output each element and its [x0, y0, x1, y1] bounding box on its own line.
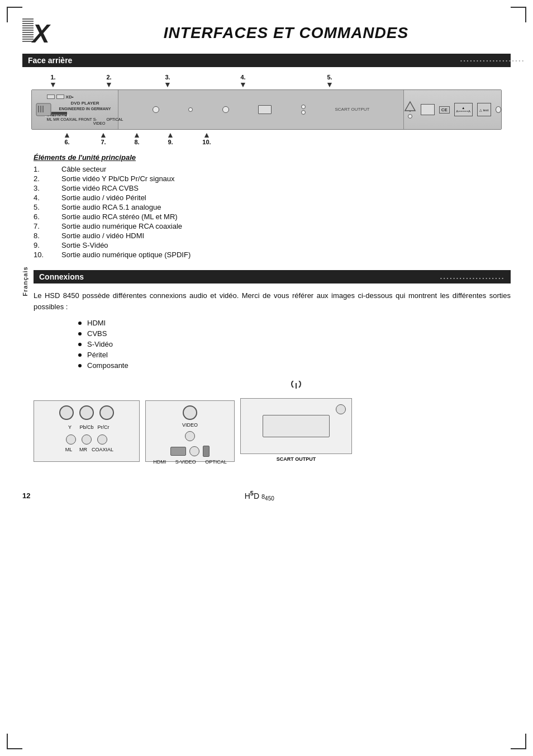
port-scart-inner — [336, 404, 346, 414]
list-item: 4. Sortie audio / vidéo Péritel — [34, 193, 511, 202]
arrow-up-9: ▲ — [166, 131, 174, 139]
connexions-list: HDMI CVBS S-Vidéo Péritel Composante — [34, 319, 511, 370]
conn-box-left: Y Pb/Cb Pr/Cr ML MR COAXIAL — [34, 400, 140, 462]
port-y — [59, 405, 74, 420]
port-mr — [82, 434, 92, 445]
port-svideo — [189, 446, 199, 456]
scart-port — [263, 415, 330, 437]
arrow-down-4: ▼ — [239, 81, 247, 88]
connection-diagrams: Y Pb/Cb Pr/Cr ML MR COAXIAL — [34, 381, 511, 462]
section-bar-face-arriere: Face arrière •••••••••••••••••••• — [22, 54, 511, 67]
diagram-num-10: 10. — [202, 139, 211, 145]
list-item: S-Vidéo — [78, 340, 511, 348]
page-body: Français Éléments de l'unité principale … — [22, 153, 511, 473]
list-item: HDMI — [78, 319, 511, 327]
section-label: Face arrière — [28, 56, 72, 65]
elements-list: 1. Câble secteur 2. Sortie vidéo Y Pb/Cb… — [34, 165, 511, 259]
device-mid-section: SCART OUTPUT — [118, 90, 403, 129]
connexions-description: Le HSD 8450 possède différentes connexio… — [34, 290, 511, 312]
arrow-down-1: ▼ — [49, 81, 57, 88]
label-mr: MR — [77, 447, 89, 452]
label-scart: SCART OUTPUT — [277, 456, 316, 462]
elements-title: Éléments de l'unité principale — [34, 153, 511, 162]
corner-mark-bl — [7, 734, 22, 749]
port-video-top — [183, 405, 197, 420]
device-strip: XD• DVD PLAYER ENGINEERED IN GERMANY BAB… — [31, 89, 502, 130]
conn-box-scart — [240, 398, 352, 454]
diagram-num-7: 7. — [101, 139, 106, 145]
svg-marker-16 — [405, 102, 415, 111]
page-number: 12 — [22, 492, 30, 500]
bullet-icon — [78, 353, 82, 357]
list-item: 1. Câble secteur — [34, 165, 511, 173]
port-optical — [203, 446, 210, 457]
diagram-num-8: 8. — [134, 139, 139, 145]
bullet-icon — [78, 364, 82, 367]
port-pbcb — [79, 405, 94, 420]
page-footer: 12 H5D 8450 — [22, 490, 511, 502]
list-item: Composante — [78, 361, 511, 370]
label-video: VIDEO — [182, 422, 198, 428]
diagram-num-9: 9. — [168, 139, 173, 145]
list-item: 3. Sortie vidéo RCA CVBS — [34, 184, 511, 192]
connexions-dots: •••••••••••••••••••• — [440, 272, 505, 281]
device-diagram: 1. ▼ 2. ▼ 3. ▼ 4. ▼ 5. ▼ — [22, 74, 511, 145]
list-item: 6. Sortie audio RCA stéréo (ML et MR) — [34, 212, 511, 221]
connexions-section: Connexions •••••••••••••••••••• Le HSD 8… — [34, 270, 511, 462]
sidebar: Français — [22, 153, 34, 473]
label-svideo: S-VIDEO — [175, 459, 196, 465]
arrow-down-3: ▼ — [164, 81, 172, 88]
label-pbcb: Pb/Cb — [79, 424, 94, 430]
arrow-up-10: ▲ — [203, 131, 211, 139]
power-symbol — [289, 381, 303, 395]
list-item: 5. Sortie audio RCA 5.1 analogue — [34, 203, 511, 211]
port-coaxial — [97, 434, 107, 445]
bullet-icon — [78, 343, 82, 346]
list-item: 9. Sortie S-Vidéo — [34, 241, 511, 249]
label-ml: ML — [63, 447, 75, 452]
elements-section: Éléments de l'unité principale 1. Câble … — [34, 153, 511, 259]
label-prcr: Pr/Cr — [96, 424, 111, 430]
bullet-icon — [78, 322, 82, 325]
section-bar-dots: •••••••••••••••••••• — [460, 58, 505, 63]
svg-text:X: X — [31, 19, 51, 48]
footer-brand: H5D 8450 — [245, 490, 274, 502]
list-item: 7. Sortie audio numérique RCA coaxiale — [34, 222, 511, 230]
arrow-down-2: ▼ — [105, 81, 113, 88]
corner-mark-tl — [7, 7, 22, 22]
arrow-up-8: ▲ — [133, 131, 141, 139]
sidebar-label: Français — [22, 266, 28, 296]
port-prcr — [99, 405, 114, 420]
list-item: 8. Sortie audio / vidéo HDMI — [34, 231, 511, 240]
conn-box-mid: VIDEO HDMI — [145, 400, 235, 462]
list-item: 2. Sortie vidéo Y Pb/Cb Pr/Cr signaux — [34, 174, 511, 183]
port-ml — [66, 434, 76, 445]
page-header: X INTERFACES ET COMMANDES — [22, 17, 511, 49]
arrow-up-7: ▲ — [99, 131, 107, 139]
corner-mark-br — [511, 734, 526, 749]
label-hdmi: HDMI — [153, 459, 166, 465]
label-coaxial: COAXIAL — [92, 447, 111, 452]
list-item: CVBS — [78, 329, 511, 338]
connexions-label: Connexions — [39, 272, 84, 281]
label-optical: OPTICAL — [205, 459, 227, 465]
list-item: Péritel — [78, 351, 511, 359]
diagram-num-6: 6. — [64, 139, 69, 145]
arrow-down-5: ▼ — [326, 81, 334, 88]
section-bar-connexions: Connexions •••••••••••••••••••• — [34, 270, 511, 284]
arrow-up-6: ▲ — [63, 131, 71, 139]
conn-box-right-wrapper: SCART OUTPUT — [240, 381, 352, 462]
port-hdmi — [170, 447, 186, 456]
logo: X — [22, 17, 61, 49]
bullet-icon — [78, 332, 82, 336]
main-content: Éléments de l'unité principale 1. Câble … — [34, 153, 511, 473]
device-right-section: CE ▲A=====A △ text — [403, 90, 501, 129]
label-y: Y — [63, 424, 77, 430]
device-left-section: XD• DVD PLAYER ENGINEERED IN GERMANY BAB… — [32, 90, 118, 129]
corner-mark-tr — [511, 7, 526, 22]
list-item: 10. Sortie audio numérique optique (SPDI… — [34, 251, 511, 259]
port-video-mid — [185, 431, 195, 441]
page-title: INTERFACES ET COMMANDES — [61, 24, 511, 42]
